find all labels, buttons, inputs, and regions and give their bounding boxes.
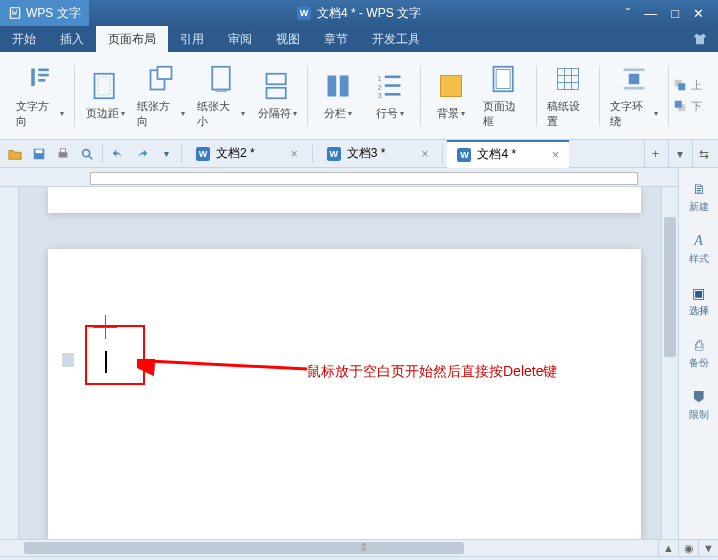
app-menu[interactable]: WPS 文字 — [0, 0, 89, 26]
menu-start[interactable]: 开始 — [0, 26, 48, 52]
ribbon-writing-paper[interactable]: 稿纸设置 — [541, 56, 595, 136]
qat-print[interactable] — [52, 143, 74, 165]
annotation-box — [85, 325, 145, 385]
side-new[interactable]: 🗎新建 — [689, 176, 709, 218]
qat-print-preview[interactable] — [76, 143, 98, 165]
nav-prev-page[interactable]: ▲ — [658, 540, 678, 557]
ribbon-margins[interactable]: 页边距▾ — [79, 56, 131, 136]
ribbon-size[interactable]: 纸张大小▾ — [191, 56, 251, 136]
document-area[interactable]: 鼠标放于空白页开始然后直接按Delete键 — [0, 168, 678, 539]
tab-add-button[interactable]: + — [644, 140, 666, 168]
tab-switch-button[interactable]: ⇆ — [692, 140, 714, 168]
ribbon-orientation[interactable]: 纸张方向▾ — [131, 56, 191, 136]
menu-insert[interactable]: 插入 — [48, 26, 96, 52]
svg-rect-3 — [38, 73, 49, 76]
svg-text:1: 1 — [378, 75, 382, 82]
qat-save[interactable] — [28, 143, 50, 165]
svg-text:3: 3 — [378, 92, 382, 99]
ribbon-bring-forward[interactable]: 上 — [673, 78, 702, 93]
svg-rect-8 — [158, 66, 172, 78]
side-select[interactable]: ▣选择 — [689, 280, 709, 322]
svg-rect-9 — [213, 66, 231, 89]
backup-icon: ⎙ — [690, 336, 708, 354]
menu-review[interactable]: 审阅 — [216, 26, 264, 52]
menu-reference[interactable]: 引用 — [168, 26, 216, 52]
doc-icon: W — [327, 147, 341, 161]
svg-rect-29 — [624, 68, 645, 71]
qat-open[interactable] — [4, 143, 26, 165]
close-icon[interactable]: ✕ — [693, 6, 704, 21]
svg-rect-36 — [36, 149, 43, 153]
page-border-icon — [488, 63, 520, 95]
svg-rect-23 — [557, 68, 578, 89]
writing-paper-icon — [552, 63, 584, 95]
minimize-icon[interactable]: — — [644, 6, 657, 21]
text-direction-icon — [24, 63, 56, 95]
side-restrict[interactable]: ⛊限制 — [689, 384, 709, 426]
background-icon — [435, 70, 467, 102]
new-icon: 🗎 — [690, 180, 708, 198]
side-backup[interactable]: ⎙备份 — [689, 332, 709, 374]
close-tab-icon[interactable]: × — [421, 147, 428, 161]
restrict-icon: ⛊ — [690, 388, 708, 406]
close-tab-icon[interactable]: × — [552, 148, 559, 162]
svg-rect-19 — [385, 93, 401, 96]
select-icon: ▣ — [690, 284, 708, 302]
dropdown-icon[interactable]: ˇ — [626, 6, 630, 21]
text-cursor — [105, 351, 107, 373]
ruler-vertical[interactable] — [0, 187, 19, 539]
chevron-down-icon: ▾ — [60, 109, 64, 118]
qat-redo[interactable] — [131, 143, 153, 165]
doc-icon: W — [457, 148, 471, 162]
maximize-icon[interactable]: □ — [671, 6, 679, 21]
close-tab-icon[interactable]: × — [291, 147, 298, 161]
svg-line-40 — [89, 155, 93, 159]
doc-icon: W — [297, 6, 311, 20]
ribbon-text-direction[interactable]: 文字方向▾ — [10, 56, 70, 136]
ruler-horizontal[interactable] — [0, 168, 678, 187]
svg-rect-6 — [98, 77, 110, 95]
ribbon-columns[interactable]: 分栏▾ — [312, 56, 364, 136]
ribbon-text-wrap[interactable]: 文字环绕▾ — [604, 56, 664, 136]
svg-rect-30 — [624, 86, 645, 89]
svg-text:2: 2 — [378, 84, 382, 91]
svg-rect-15 — [385, 76, 401, 79]
svg-rect-12 — [328, 76, 337, 97]
qat-more[interactable]: ▾ — [155, 143, 177, 165]
styles-icon: A — [690, 232, 708, 250]
ribbon-breaks[interactable]: 分隔符▾ — [251, 56, 303, 136]
breaks-icon — [261, 70, 293, 102]
menu-page-layout[interactable]: 页面布局 — [96, 26, 168, 52]
side-styles[interactable]: A样式 — [689, 228, 709, 270]
page-current[interactable] — [48, 249, 641, 539]
line-numbers-icon: 123 — [374, 70, 406, 102]
qat-undo[interactable] — [107, 143, 129, 165]
ribbon-line-numbers[interactable]: 123 行号▾ — [364, 56, 416, 136]
page-marker-icon — [62, 353, 74, 367]
doc-tab-2[interactable]: W 文档2 * × — [186, 140, 308, 168]
ribbon-send-backward[interactable]: 下 — [673, 99, 702, 114]
doc-icon: W — [196, 147, 210, 161]
svg-rect-4 — [38, 79, 45, 82]
svg-rect-10 — [267, 74, 286, 85]
size-icon — [205, 63, 237, 95]
ribbon-background[interactable]: 背景▾ — [425, 56, 477, 136]
app-name: WPS 文字 — [26, 5, 81, 22]
svg-rect-32 — [678, 83, 685, 90]
menu-devtools[interactable]: 开发工具 — [360, 26, 432, 52]
scrollbar-vertical[interactable] — [661, 187, 678, 539]
tab-list-button[interactable]: ▾ — [668, 140, 690, 168]
nav-next-page[interactable]: ▼ — [698, 540, 718, 557]
svg-rect-28 — [629, 73, 640, 84]
doc-tab-4[interactable]: W 文档4 * × — [447, 140, 569, 168]
skin-icon[interactable] — [682, 26, 718, 52]
svg-rect-17 — [385, 84, 401, 87]
nav-browse[interactable]: ◉ — [678, 540, 698, 557]
doc-tab-3[interactable]: W 文档3 * × — [317, 140, 439, 168]
ribbon-page-border[interactable]: 页面边框 — [477, 56, 531, 136]
scrollbar-horizontal[interactable]: ▲ ◉ ▼ — [0, 539, 718, 556]
orientation-icon — [145, 63, 177, 95]
menu-section[interactable]: 章节 — [312, 26, 360, 52]
svg-rect-37 — [59, 152, 68, 157]
menu-view[interactable]: 视图 — [264, 26, 312, 52]
